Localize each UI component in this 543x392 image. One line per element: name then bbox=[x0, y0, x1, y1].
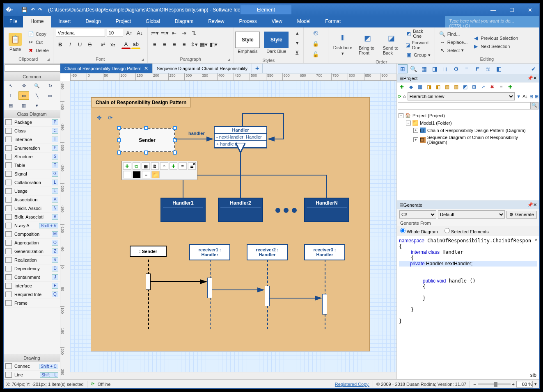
doctab-sequence[interactable]: Sequence Diagram of Chain of Responsibil… bbox=[153, 64, 252, 73]
tab-process[interactable]: Process bbox=[232, 16, 264, 27]
toolbox-item[interactable]: ClassC bbox=[4, 127, 60, 135]
underline-button[interactable]: U bbox=[76, 40, 85, 49]
bring-front-button[interactable]: ◩Bring to Front bbox=[356, 31, 378, 56]
pt-6[interactable]: ▥ bbox=[452, 83, 460, 91]
project-search[interactable] bbox=[398, 102, 530, 109]
close-icon[interactable]: ✕ bbox=[533, 202, 537, 207]
panel-btn-3[interactable]: ▦ bbox=[419, 64, 429, 73]
justify-button[interactable]: ≡ bbox=[180, 40, 189, 49]
plus-icon[interactable]: ✚ bbox=[170, 162, 178, 170]
radio-whole-diagram[interactable]: Whole Diagram bbox=[400, 228, 438, 234]
send-back-button[interactable]: ◪Send to Back bbox=[380, 31, 403, 56]
project-tree[interactable]: −🏠Project (Project) −📁Model1 (Folder) +◫… bbox=[397, 110, 539, 201]
pt-1[interactable]: ◆ bbox=[407, 83, 415, 91]
maximize-button[interactable]: ☐ bbox=[502, 4, 521, 16]
subscript-button[interactable]: x₂ bbox=[108, 40, 117, 49]
toolbox-item[interactable]: GeneralizationZ bbox=[4, 247, 60, 256]
connector-icon[interactable]: ⎋ bbox=[311, 28, 320, 37]
file-tab[interactable]: File bbox=[4, 16, 23, 27]
align-right-button[interactable]: ≡ bbox=[170, 40, 179, 49]
align-left-button[interactable]: ≡ bbox=[150, 40, 159, 49]
style-emphasis[interactable]: Style bbox=[235, 32, 260, 48]
pt-5[interactable]: ▤ bbox=[443, 83, 451, 91]
pt-7[interactable]: ◩ bbox=[461, 83, 469, 91]
pt-9[interactable]: ↗ bbox=[479, 83, 487, 91]
tell-me-search[interactable]: Type here what you want to do... (CTRL+Q… bbox=[445, 16, 539, 27]
seq-receiver1[interactable]: receiver1 : Handler bbox=[189, 244, 230, 260]
home-icon[interactable]: ⌂ bbox=[403, 94, 406, 99]
panel-btn-1[interactable]: ⊞ bbox=[398, 64, 408, 73]
toolbox-item[interactable]: LineShift + L bbox=[4, 371, 60, 379]
seq-receiver3[interactable]: receiver3 : Handler bbox=[304, 244, 345, 260]
code-preview[interactable]: namespace ChainOfResponsibility.ChainOfR… bbox=[397, 236, 539, 379]
radio-selected-elements[interactable]: Selected Elements bbox=[444, 228, 489, 234]
grow-font-icon[interactable]: A↑ bbox=[125, 28, 134, 37]
indent-button[interactable]: ⇥ bbox=[180, 28, 189, 37]
toolbox-item[interactable]: SignalG bbox=[4, 170, 60, 178]
canvas[interactable]: Chain of Responsibility Design Pattern ✥… bbox=[70, 81, 396, 372]
toolbox-item[interactable]: CollaborationL bbox=[4, 178, 60, 187]
panel-btn-4[interactable]: ◨ bbox=[430, 64, 440, 73]
add-multi-icon[interactable]: ⧉ bbox=[133, 162, 141, 170]
distribute-button[interactable]: ⫼Distribute▾ bbox=[331, 30, 355, 57]
align-center-button[interactable]: ≡ bbox=[160, 40, 169, 49]
toolbox-item[interactable]: ConnecShift + C bbox=[4, 362, 60, 371]
next-selection-button[interactable]: ▶Next Selection bbox=[471, 43, 520, 50]
style-darkblue[interactable]: Style bbox=[264, 32, 289, 48]
sort-button[interactable]: ⇅ bbox=[190, 28, 199, 37]
find-button[interactable]: 🔍Find... bbox=[438, 30, 470, 38]
bold-button[interactable]: B bbox=[56, 40, 65, 49]
toolbox-item[interactable]: Bidir. AssociatiB bbox=[4, 213, 60, 221]
expand-icon[interactable]: ⊞ bbox=[535, 94, 538, 99]
seq-receiver2[interactable]: receiver2 : Handler bbox=[247, 244, 288, 260]
element-handlern[interactable]: HandlerN bbox=[304, 198, 349, 222]
cut-button[interactable]: ✂Cut bbox=[26, 39, 50, 46]
tab-diagram[interactable]: Diagram bbox=[167, 16, 201, 27]
tab-review[interactable]: Review bbox=[201, 16, 231, 27]
tab-design[interactable]: Design bbox=[78, 16, 108, 27]
toolbox-group-common[interactable]: Common bbox=[4, 73, 60, 81]
toolbox-item[interactable]: Unidir. AssociN bbox=[4, 204, 60, 213]
pt-add[interactable]: ✚ bbox=[398, 83, 406, 91]
toolbox-item[interactable]: RealizationR bbox=[4, 256, 60, 264]
copy-button[interactable]: 📄Copy bbox=[26, 30, 50, 38]
folder-icon[interactable]: 📁 bbox=[151, 171, 160, 178]
line-style-icon[interactable]: ≡ bbox=[142, 171, 150, 178]
pt-11[interactable]: ≡ bbox=[497, 83, 505, 91]
superscript-button[interactable]: x² bbox=[99, 40, 108, 49]
generate-panel-header[interactable]: ▤Generate 📌 ✕ bbox=[397, 201, 539, 209]
shrink-font-icon[interactable]: A↓ bbox=[135, 28, 144, 37]
element-handler1[interactable]: Handler1 bbox=[160, 198, 206, 222]
props-icon[interactable]: ▦ bbox=[142, 162, 150, 170]
linespace-button[interactable]: ⇕▾ bbox=[190, 40, 199, 49]
toolbox-item[interactable]: Frame bbox=[4, 299, 60, 308]
toolbox-item[interactable]: AssociationA bbox=[4, 196, 60, 204]
redo-icon[interactable]: ↷ bbox=[38, 7, 42, 13]
panel-btn-7[interactable]: ≡ bbox=[462, 64, 472, 73]
style-more[interactable]: ⊻ bbox=[293, 48, 302, 57]
toolbox-item[interactable]: InterfaceI bbox=[4, 135, 60, 144]
collapse-icon[interactable]: ⊟ bbox=[529, 94, 533, 99]
panel-btn-2[interactable]: 🔍 bbox=[408, 64, 418, 73]
toolbox-item[interactable]: TableT bbox=[4, 161, 60, 170]
toolbox-item[interactable]: AggregationO bbox=[4, 239, 60, 247]
toolbox-search[interactable] bbox=[5, 64, 62, 72]
tab-project[interactable]: Project bbox=[108, 16, 138, 27]
pt-4[interactable]: ◧ bbox=[434, 83, 442, 91]
filter-icon[interactable]: ▼ bbox=[516, 94, 521, 99]
toolbox-item[interactable]: InterfaceF bbox=[4, 282, 60, 290]
context-toolbar[interactable]: ✕ ✚ ⧉ ▦ 🗎 ○ ✚ ≡ ≣ bbox=[121, 161, 197, 180]
panel-btn-9[interactable]: ≋ bbox=[483, 64, 493, 73]
chevron-down-icon[interactable]: ▾ bbox=[534, 381, 537, 387]
fill-button[interactable]: ◧▾ bbox=[209, 40, 218, 49]
toolbox-group-class[interactable]: Class Diagram bbox=[4, 110, 60, 118]
tab-view[interactable]: View bbox=[264, 16, 290, 27]
pt-2[interactable]: ▦ bbox=[416, 83, 424, 91]
toolbox-item[interactable]: PackageP bbox=[4, 118, 60, 127]
forward-one-button[interactable]: ◪Forward One bbox=[404, 40, 432, 50]
panel-btn-6[interactable]: ⚙ bbox=[451, 64, 461, 73]
close-button[interactable]: ✕ bbox=[521, 4, 539, 16]
group-tool[interactable]: ▤ bbox=[5, 101, 16, 109]
tab-insert[interactable]: Insert bbox=[51, 16, 78, 27]
bullets-button[interactable]: ≔▾ bbox=[150, 28, 159, 37]
